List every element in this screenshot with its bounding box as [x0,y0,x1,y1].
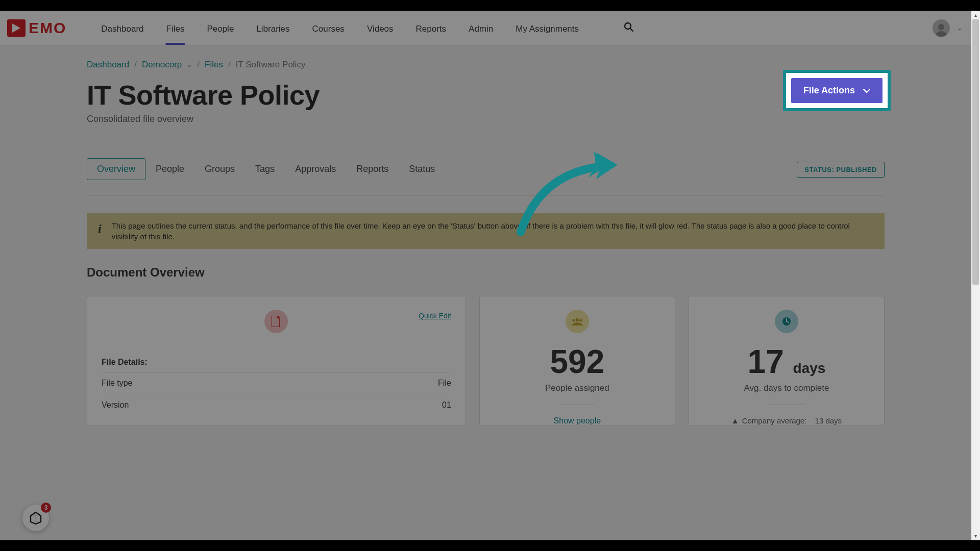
nav-libraries[interactable]: Libraries [256,11,289,45]
svg-line-2 [630,29,633,31]
detail-row: File type File [102,372,451,394]
tab-approvals[interactable]: Approvals [285,158,346,180]
scrollbar-thumb[interactable] [972,19,979,285]
info-banner: i This page outlines the current status,… [87,213,885,249]
triangle-up-icon: ▲ [731,416,739,425]
top-navigation-bar: EMO Dashboard Files People Libraries Cou… [0,11,971,45]
nav-videos[interactable]: Videos [367,11,394,45]
nav-dashboard[interactable]: Dashboard [101,11,143,45]
breadcrumb-separator: / [228,60,231,70]
page-subtitle: Consolidated file overview [87,114,320,124]
detail-value: 01 [442,400,451,410]
detail-value: File [438,379,451,388]
tab-people[interactable]: People [145,158,194,180]
logo-text: EMO [29,19,66,37]
detail-label: File type [102,379,132,388]
info-icon: i [98,222,102,235]
nav-admin[interactable]: Admin [469,11,493,45]
svg-point-4 [936,31,947,37]
people-count: 592 [494,345,660,378]
tab-tags[interactable]: Tags [245,158,285,180]
page-tabs: Overview People Groups Tags Approvals Re… [87,158,445,180]
status-badge[interactable]: STATUS: PUBLISHED [797,162,885,178]
svg-point-8 [572,319,575,321]
breadcrumb-dashboard[interactable]: Dashboard [87,60,129,70]
avg-days-number: 17 days [703,345,870,378]
breadcrumb-democorp[interactable]: Democorp [142,60,182,70]
tab-status[interactable]: Status [399,158,445,180]
divider [559,405,595,405]
chat-widget[interactable]: 3 [22,505,49,531]
vertical-scrollbar[interactable]: ▴ ▾ [971,11,980,540]
file-details-heading: File Details: [102,358,451,367]
nav-reports[interactable]: Reports [416,11,447,45]
file-actions-button[interactable]: File Actions [791,78,883,103]
user-menu[interactable]: ⌄ [933,19,962,37]
avg-days-card: 17 days Avg. days to complete ▲ Company … [689,296,885,426]
svg-point-3 [938,24,944,30]
show-people-link[interactable]: Show people [494,416,660,425]
avatar-icon [933,19,950,37]
chat-widget-icon [29,511,43,525]
clock-icon [775,310,798,333]
annotation-arrow-icon [510,151,623,237]
nav-courses[interactable]: Courses [312,11,345,45]
tab-reports[interactable]: Reports [346,158,399,180]
quick-edit-link[interactable]: Quick Edit [419,312,451,320]
company-average-footer: ▲ Company average: 13 days [703,416,870,425]
detail-row: Version 01 [102,394,451,416]
breadcrumb-files[interactable]: Files [205,60,223,70]
nav-files[interactable]: Files [166,11,185,45]
file-actions-highlight: File Actions [783,70,891,111]
people-icon [566,310,589,333]
main-nav: Dashboard Files People Libraries Courses… [101,11,634,45]
breadcrumb-current: IT Software Policy [236,60,306,70]
breadcrumb-separator: / [197,60,200,70]
chevron-down-icon [863,88,870,93]
info-banner-text: This page outlines the current status, a… [112,220,873,242]
breadcrumb: Dashboard / Democorp ⌄ / Files / IT Soft… [87,60,885,70]
brand-logo[interactable]: EMO [7,19,66,37]
people-assigned-card: 592 People assigned Show people [479,296,675,426]
page-title: IT Software Policy [87,79,320,111]
avg-days-label: Avg. days to complete [703,383,870,393]
tab-groups[interactable]: Groups [194,158,245,180]
divider [769,405,804,405]
svg-point-9 [579,319,582,321]
nav-my-assignments[interactable]: My Assignments [516,11,579,45]
tab-overview[interactable]: Overview [87,158,145,180]
document-icon [264,310,288,333]
chevron-down-icon[interactable]: ⌄ [187,61,192,68]
breadcrumb-separator: / [134,60,137,70]
svg-marker-0 [12,23,20,33]
divider [87,195,885,196]
chat-badge: 3 [41,503,51,513]
scroll-up-icon[interactable]: ▴ [971,11,980,19]
chevron-down-icon: ⌄ [957,24,962,32]
svg-point-7 [576,318,579,321]
play-icon [7,19,26,37]
search-icon[interactable] [624,22,634,34]
scroll-down-icon[interactable]: ▾ [971,532,980,540]
section-title: Document Overview [87,265,885,280]
document-details-card: Quick Edit File Details: File type File … [87,296,466,426]
nav-people[interactable]: People [207,11,234,45]
people-count-label: People assigned [494,383,660,393]
file-actions-label: File Actions [803,85,855,96]
detail-label: Version [102,400,129,410]
